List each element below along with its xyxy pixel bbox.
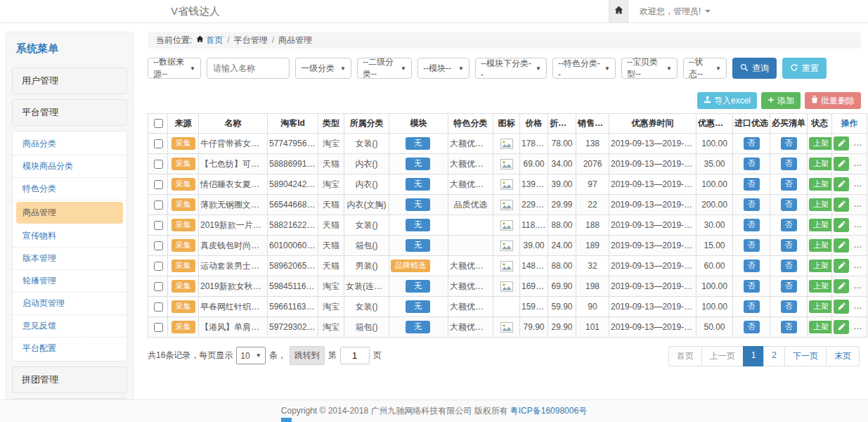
- status-badge[interactable]: 上架: [809, 280, 832, 293]
- feature-category-select[interactable]: --特色分类--▼: [552, 58, 616, 79]
- status-badge[interactable]: 上架: [809, 137, 832, 150]
- import-excel-button[interactable]: 导入excel: [697, 92, 757, 109]
- sidebar-sub-item[interactable]: 启动页管理: [13, 293, 127, 315]
- pager-button[interactable]: 1: [743, 346, 765, 366]
- batch-delete-button[interactable]: 批量删除: [805, 92, 861, 109]
- sidebar-group-item[interactable]: 用户管理: [12, 68, 127, 94]
- edit-button[interactable]: [834, 218, 849, 232]
- pager-button[interactable]: 下一页: [784, 346, 827, 366]
- user-menu[interactable]: 欢迎您，管理员!: [640, 6, 711, 18]
- edit-button[interactable]: [834, 279, 849, 293]
- sidebar-sub-item[interactable]: 模块商品分类: [13, 155, 127, 178]
- status-select[interactable]: --状态--▼: [683, 58, 727, 79]
- per-page-select[interactable]: 10 ▼: [236, 347, 265, 364]
- edit-button[interactable]: [834, 300, 849, 314]
- import-select-badge[interactable]: 否: [744, 158, 760, 170]
- sidebar-sub-item[interactable]: 特色分类: [13, 178, 127, 200]
- status-badge[interactable]: 上架: [809, 158, 832, 170]
- delete-button[interactable]: [853, 136, 867, 151]
- data-source-select[interactable]: --数据来源--▼: [148, 58, 201, 79]
- item-type-select[interactable]: --宝贝类型--▼: [621, 58, 678, 79]
- delete-button[interactable]: [853, 259, 867, 273]
- edit-button[interactable]: [834, 259, 849, 273]
- sidebar-sub-item[interactable]: 版本管理: [13, 248, 127, 270]
- edit-button[interactable]: [834, 238, 849, 252]
- import-select-badge[interactable]: 否: [744, 321, 760, 333]
- delete-button[interactable]: [853, 279, 867, 293]
- delete-button[interactable]: [853, 300, 867, 314]
- pager-button[interactable]: 上一页: [701, 346, 744, 366]
- import-select-badge[interactable]: 否: [744, 219, 760, 231]
- must-buy-badge[interactable]: 否: [781, 280, 797, 293]
- delete-button[interactable]: [853, 157, 867, 171]
- sidebar-sub-item[interactable]: 商品分类: [13, 133, 127, 155]
- status-badge[interactable]: 上架: [809, 239, 832, 252]
- row-checkbox[interactable]: [154, 160, 163, 169]
- import-select-badge[interactable]: 否: [744, 178, 760, 191]
- module-subcategory-select[interactable]: --模块下分类--▼: [475, 58, 547, 79]
- import-select-badge[interactable]: 否: [744, 198, 760, 211]
- must-buy-badge[interactable]: 否: [781, 158, 797, 170]
- delete-button[interactable]: [853, 177, 867, 191]
- row-checkbox[interactable]: [154, 323, 163, 332]
- jump-button[interactable]: 跳转到: [290, 346, 325, 365]
- sidebar-group-item[interactable]: 拼团管理: [12, 366, 127, 393]
- delete-button[interactable]: [853, 238, 867, 252]
- must-buy-badge[interactable]: 否: [781, 300, 797, 313]
- row-checkbox[interactable]: [154, 200, 163, 210]
- breadcrumb-home-link[interactable]: 首页: [196, 34, 223, 46]
- select-all-checkbox[interactable]: [154, 119, 163, 128]
- home-button[interactable]: [609, 0, 628, 23]
- import-select-badge[interactable]: 否: [744, 137, 760, 150]
- row-checkbox[interactable]: [154, 262, 163, 271]
- delete-button[interactable]: [853, 320, 867, 334]
- delete-button[interactable]: [853, 198, 867, 212]
- status-badge[interactable]: 上架: [809, 260, 832, 272]
- row-checkbox[interactable]: [154, 180, 163, 189]
- must-buy-badge[interactable]: 否: [781, 239, 797, 252]
- sidebar-sub-item[interactable]: 意见反馈: [13, 315, 127, 338]
- search-button[interactable]: 查询: [732, 58, 777, 79]
- edit-button[interactable]: [834, 136, 849, 151]
- sidebar-sub-item[interactable]: 宣传物料: [13, 225, 127, 248]
- status-badge[interactable]: 上架: [809, 321, 832, 333]
- pager-button[interactable]: 末页: [826, 346, 860, 366]
- icp-link[interactable]: 粤ICP备16098006号: [510, 405, 587, 417]
- name-search-input[interactable]: [207, 58, 290, 79]
- row-checkbox[interactable]: [154, 221, 163, 230]
- edit-button[interactable]: [834, 157, 849, 171]
- sidebar-group-item[interactable]: 平台管理: [12, 99, 127, 126]
- sidebar-sub-item[interactable]: 商品管理: [16, 202, 123, 224]
- must-buy-badge[interactable]: 否: [781, 219, 797, 231]
- must-buy-badge[interactable]: 否: [781, 198, 797, 211]
- row-checkbox[interactable]: [154, 139, 163, 148]
- category-level2-select[interactable]: --二级分类--▼: [357, 58, 412, 79]
- edit-button[interactable]: [834, 177, 849, 191]
- status-badge[interactable]: 上架: [809, 300, 832, 313]
- module-select[interactable]: --模块--▼: [417, 58, 469, 79]
- status-badge[interactable]: 上架: [809, 219, 832, 231]
- must-buy-badge[interactable]: 否: [781, 178, 797, 191]
- status-badge[interactable]: 上架: [809, 198, 832, 211]
- must-buy-badge[interactable]: 否: [781, 137, 797, 150]
- must-buy-badge[interactable]: 否: [781, 260, 797, 272]
- must-buy-badge[interactable]: 否: [781, 321, 797, 333]
- import-select-badge[interactable]: 否: [744, 280, 760, 293]
- row-checkbox[interactable]: [154, 241, 163, 250]
- pager-button[interactable]: 首页: [668, 346, 702, 366]
- sidebar-sub-item[interactable]: 平台配置: [13, 338, 127, 359]
- sidebar-sub-item[interactable]: 轮播管理: [13, 270, 127, 293]
- status-badge[interactable]: 上架: [809, 178, 832, 191]
- row-checkbox[interactable]: [154, 302, 163, 312]
- reset-button[interactable]: 重置: [782, 58, 827, 79]
- delete-button[interactable]: [853, 218, 867, 232]
- edit-button[interactable]: [834, 198, 849, 212]
- edit-button[interactable]: [834, 320, 849, 334]
- pager-button[interactable]: 2: [763, 346, 785, 366]
- category-level1-select[interactable]: 一级分类▼: [295, 58, 351, 79]
- row-checkbox[interactable]: [154, 282, 163, 291]
- import-select-badge[interactable]: 否: [744, 239, 760, 252]
- page-number-input[interactable]: [340, 347, 370, 364]
- add-button[interactable]: 添加: [761, 92, 801, 109]
- import-select-badge[interactable]: 否: [744, 300, 760, 313]
